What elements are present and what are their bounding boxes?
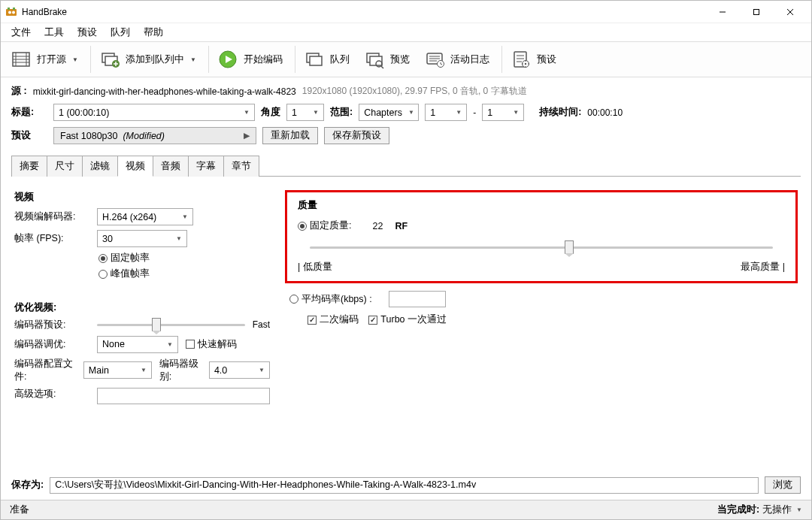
svg-line-27	[381, 66, 383, 68]
close-button[interactable]	[773, 2, 807, 23]
two-pass-checkbox[interactable]: 二次编码	[308, 313, 359, 326]
queue-button[interactable]: 队列	[300, 44, 357, 74]
queue-icon	[303, 48, 326, 71]
preview-button[interactable]: 预览	[360, 44, 417, 74]
save-preset-button[interactable]: 保存新预设	[324, 127, 389, 144]
svg-point-2	[12, 11, 15, 14]
status-text: 准备	[10, 503, 29, 516]
chevron-down-icon: ▼	[244, 109, 250, 116]
save-path-input[interactable]: C:\Users\安哥拉\Videos\Mixkit-Girl-Dancing-…	[50, 477, 759, 494]
chevron-down-icon: ▼	[190, 56, 196, 63]
angle-dropdown[interactable]: 1▼	[286, 104, 324, 121]
tabs: 摘要 尺寸 滤镜 视频 音频 字幕 章节	[11, 155, 801, 177]
range-end-dropdown[interactable]: 1▼	[482, 104, 524, 121]
window-title: HandBrake	[22, 7, 67, 17]
status-bar: 准备 当完成时: 无操作 ▼	[1, 500, 811, 519]
menu-tools[interactable]: 工具	[38, 24, 70, 41]
activity-log-button[interactable]: 活动日志	[420, 44, 497, 74]
profile-dropdown[interactable]: Main▼	[83, 361, 152, 379]
tab-subtitles[interactable]: 字幕	[188, 156, 224, 177]
preset-label: 预设	[11, 129, 47, 142]
toolbar: 打开源 ▼ 添加到队列中 ▼ 开始编码 队列 预览 活动日志 预设	[1, 41, 811, 77]
play-icon	[217, 48, 239, 71]
chevron-down-icon: ▼	[456, 109, 462, 116]
range-dash: -	[473, 107, 476, 118]
quality-slider[interactable]	[310, 243, 773, 252]
svg-rect-3	[8, 8, 10, 10]
video-section-title: 视频	[14, 190, 270, 204]
chevron-down-icon: ▼	[796, 506, 802, 513]
fps-peak-radio[interactable]: 峰值帧率	[98, 268, 150, 280]
tab-dimensions[interactable]: 尺寸	[47, 156, 83, 177]
rf-value: 22	[372, 221, 383, 231]
chevron-down-icon: ▼	[182, 213, 188, 220]
turbo-checkbox[interactable]: Turbo 一次通过	[368, 313, 447, 326]
tab-video[interactable]: 视频	[117, 156, 153, 177]
chevron-down-icon: ▼	[141, 367, 147, 373]
level-label: 编码器级别:	[159, 358, 201, 383]
tab-audio[interactable]: 音频	[153, 156, 189, 177]
chevron-down-icon: ▼	[313, 109, 319, 116]
chevron-right-icon: ▶	[244, 131, 250, 141]
fps-dropdown[interactable]: 30▼	[97, 230, 187, 247]
encoder-preset-label: 编码器预设:	[14, 319, 89, 331]
fast-decode-checkbox[interactable]: 快速解码	[186, 338, 237, 351]
reload-preset-button[interactable]: 重新加载	[262, 127, 318, 144]
constant-quality-radio[interactable]: 固定质量:	[298, 219, 351, 232]
advanced-input[interactable]	[97, 388, 270, 404]
angle-label: 角度	[261, 106, 280, 119]
svg-rect-6	[753, 9, 759, 14]
svg-rect-23	[310, 56, 322, 65]
avg-bitrate-radio[interactable]: 平均码率(kbps) :	[289, 293, 372, 306]
chevron-down-icon: ▼	[408, 109, 414, 116]
when-done-value[interactable]: 无操作	[762, 503, 792, 516]
svg-point-1	[8, 11, 11, 14]
tab-filters[interactable]: 滤镜	[82, 156, 118, 177]
activity-icon	[423, 48, 446, 71]
browse-button[interactable]: 浏览	[765, 476, 801, 494]
open-source-button[interactable]: 打开源 ▼	[7, 44, 86, 74]
app-icon	[5, 6, 17, 18]
menu-help[interactable]: 帮助	[138, 24, 169, 41]
source-label: 源 :	[11, 85, 27, 98]
presets-button[interactable]: 预设	[507, 44, 564, 74]
menu-queue[interactable]: 队列	[105, 24, 136, 41]
when-done-label: 当完成时:	[717, 503, 759, 516]
chevron-down-icon: ▼	[259, 367, 265, 373]
title-dropdown[interactable]: 1 (00:00:10)▼	[53, 104, 255, 121]
quality-highlight-box: 质量 固定质量: 22 RF | 低质量 最高质量 |	[285, 190, 798, 283]
advanced-label: 高级选项:	[14, 388, 89, 401]
add-queue-icon	[98, 48, 121, 71]
add-to-queue-button[interactable]: 添加到队列中 ▼	[95, 44, 204, 74]
title-label: 标题:	[11, 106, 47, 119]
presets-icon	[510, 48, 532, 71]
tab-summary[interactable]: 摘要	[11, 156, 47, 177]
optimise-title: 优化视频:	[14, 301, 270, 314]
source-name: mixkit-girl-dancing-with-her-headphones-…	[33, 86, 296, 97]
start-encode-button[interactable]: 开始编码	[214, 44, 290, 74]
menu-bar: 文件 工具 预设 队列 帮助	[1, 23, 811, 41]
range-start-dropdown[interactable]: 1▼	[425, 104, 467, 121]
encoder-preset-slider[interactable]	[97, 320, 245, 329]
range-type-dropdown[interactable]: Chapters▼	[359, 104, 419, 121]
menu-file[interactable]: 文件	[5, 24, 37, 41]
preset-dropdown[interactable]: Fast 1080p30 (Modified) ▶	[53, 127, 256, 144]
tab-chapters[interactable]: 章节	[223, 156, 259, 177]
svg-point-40	[525, 63, 526, 65]
encoder-preset-value: Fast	[253, 319, 270, 330]
fps-label: 帧率 (FPS):	[14, 232, 89, 245]
codec-dropdown[interactable]: H.264 (x264)▼	[97, 208, 193, 225]
maximize-button[interactable]	[739, 2, 773, 23]
profile-label: 编码器配置文件:	[14, 358, 76, 383]
fps-constant-radio[interactable]: 固定帧率	[98, 252, 150, 265]
rf-unit: RF	[395, 221, 408, 231]
encoder-tune-label: 编码器调优:	[14, 338, 89, 351]
window-titlebar: HandBrake	[1, 1, 811, 23]
avg-bitrate-input[interactable]	[389, 291, 446, 307]
duration-value: 00:00:10	[587, 107, 623, 118]
encoder-tune-dropdown[interactable]: None▼	[97, 336, 178, 353]
level-dropdown[interactable]: 4.0▼	[209, 361, 270, 379]
chevron-down-icon: ▼	[167, 341, 173, 348]
menu-presets[interactable]: 预设	[71, 24, 103, 41]
minimize-button[interactable]	[705, 2, 739, 23]
